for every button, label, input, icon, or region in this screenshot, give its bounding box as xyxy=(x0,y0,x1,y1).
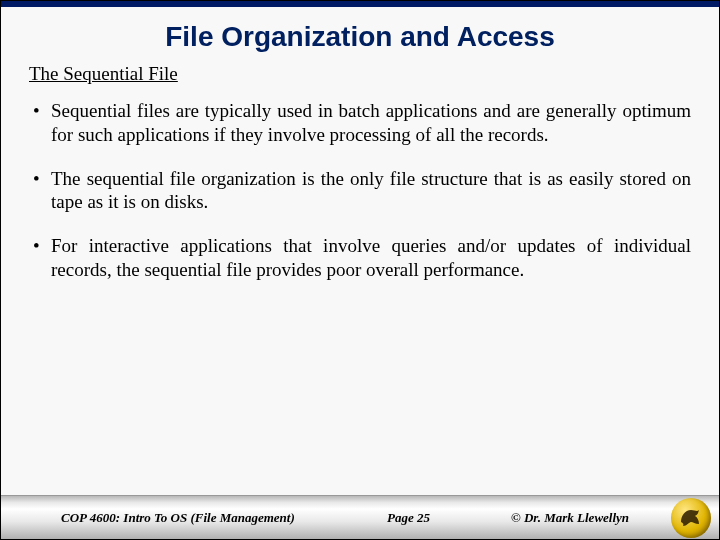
bullet-list: Sequential files are typically used in b… xyxy=(29,99,691,282)
footer-page: Page 25 xyxy=(387,510,430,526)
footer-author: © Dr. Mark Llewellyn xyxy=(511,510,629,526)
content-area: The Sequential File Sequential files are… xyxy=(1,63,719,495)
footer-bar: COP 4600: Intro To OS (File Management) … xyxy=(1,495,719,539)
slide-title: File Organization and Access xyxy=(11,21,709,53)
list-item: The sequential file organization is the … xyxy=(29,167,691,215)
pegasus-icon xyxy=(677,504,705,532)
ucf-pegasus-logo xyxy=(671,498,711,538)
list-item: For interactive applications that involv… xyxy=(29,234,691,282)
footer-course: COP 4600: Intro To OS (File Management) xyxy=(61,510,295,526)
title-area: File Organization and Access xyxy=(1,7,719,63)
list-item: Sequential files are typically used in b… xyxy=(29,99,691,147)
subheading: The Sequential File xyxy=(29,63,691,85)
